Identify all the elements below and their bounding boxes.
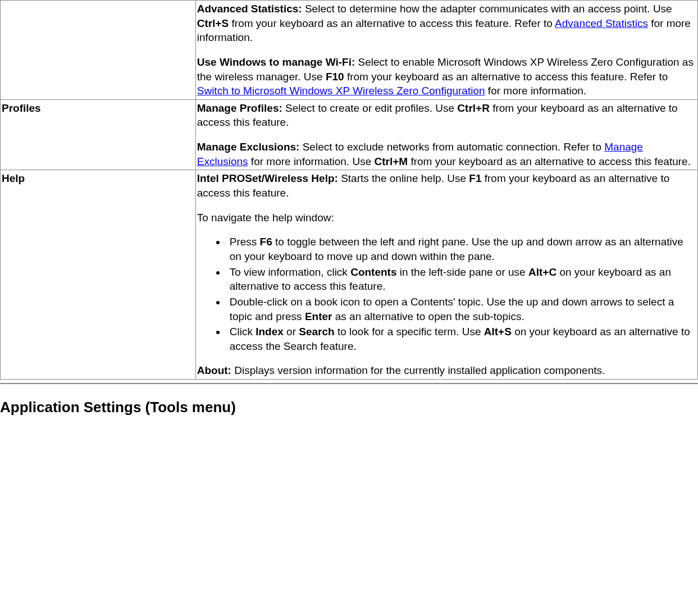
list-item: To view information, click Contents in t… [226, 265, 695, 294]
divider [0, 383, 698, 384]
manage-exclusions-para: Manage Exclusions: Select to exclude net… [197, 140, 695, 168]
text: to toggle between the left and right pan… [230, 236, 683, 262]
menu-desc-cell: Advanced Statistics: Select to determine… [195, 1, 697, 100]
text: or [284, 326, 299, 337]
label: Advanced Statistics: [197, 3, 302, 15]
text: Click [230, 326, 256, 337]
advanced-statistics-link[interactable]: Advanced Statistics [555, 17, 648, 29]
label: Use Windows to manage Wi-Fi: [197, 56, 355, 68]
text: to look for a specific term. Use [335, 326, 484, 337]
shortcut: Alt+S [484, 326, 512, 337]
text: Displays version information for the cur… [231, 364, 605, 376]
keyword: Index [256, 326, 284, 337]
section-heading: Application Settings (Tools menu) [0, 398, 698, 417]
text: for more information. [485, 85, 587, 97]
table-row: Help Intel PROSet/Wireless Help: Starts … [1, 170, 698, 380]
text: To view information, click [230, 266, 350, 278]
text: Select to exclude networks from automati… [299, 141, 604, 153]
list-item: Click Index or Search to look for a spec… [226, 325, 695, 353]
list-item: Double-click on a book icon to open a Co… [226, 295, 695, 323]
keyword: Contents [350, 266, 396, 278]
text: Select to determine how the adapter comm… [302, 3, 672, 15]
menu-desc-cell: Intel PROSet/Wireless Help: Starts the o… [195, 170, 697, 380]
menu-name-cell [1, 1, 196, 100]
menu-desc-cell: Manage Profiles: Select to create or edi… [195, 99, 697, 170]
menu-name: Profiles [2, 102, 41, 114]
text: from your keyboard as an alternative to … [229, 17, 555, 29]
label: Manage Profiles: [197, 102, 282, 114]
text: from your keyboard as an alternative to … [344, 71, 668, 83]
menu-description-table: Advanced Statistics: Select to determine… [0, 0, 698, 380]
keyword: Search [299, 326, 334, 337]
shortcut: F10 [326, 71, 344, 83]
text: for more information. Use [248, 156, 375, 167]
table-row: Profiles Manage Profiles: Select to crea… [1, 99, 698, 170]
about-para: About: Displays version information for … [197, 363, 695, 378]
shortcut: Ctrl+R [457, 102, 490, 114]
navigate-help-para: To navigate the help window: [197, 211, 695, 225]
text: Press [230, 236, 260, 248]
text: To navigate the help window: [197, 212, 334, 223]
use-windows-para: Use Windows to manage Wi-Fi: Select to e… [197, 55, 695, 98]
shortcut: F1 [469, 172, 481, 184]
table-row: Advanced Statistics: Select to determine… [1, 1, 698, 100]
shortcut: F6 [260, 236, 272, 248]
menu-name-cell: Help [1, 170, 196, 380]
help-nav-list: Press F6 to toggle between the left and … [197, 235, 695, 353]
shortcut: Alt+C [528, 266, 556, 278]
shortcut: Ctrl+M [375, 156, 408, 167]
switch-to-wzc-link[interactable]: Switch to Microsoft Windows XP Wireless … [197, 85, 485, 97]
shortcut: Ctrl+S [197, 17, 229, 29]
label: About: [197, 364, 231, 376]
text: in the left-side pane or use [396, 266, 528, 278]
menu-name: Help [2, 172, 25, 184]
proset-help-para: Intel PROSet/Wireless Help: Starts the o… [197, 171, 695, 200]
text: as an alternative to open the sub-topics… [332, 311, 524, 322]
text: Select to create or edit profiles. Use [282, 102, 458, 114]
advanced-statistics-para: Advanced Statistics: Select to determine… [197, 2, 695, 45]
label: Manage Exclusions: [197, 141, 300, 153]
menu-name-cell: Profiles [1, 99, 196, 170]
text: Starts the online help. Use [338, 172, 469, 184]
label: Intel PROSet/Wireless Help: [197, 172, 338, 184]
text: from your keyboard as an alternative to … [408, 156, 691, 167]
list-item: Press F6 to toggle between the left and … [226, 235, 695, 263]
manage-profiles-para: Manage Profiles: Select to create or edi… [197, 101, 695, 130]
shortcut: Enter [305, 311, 332, 322]
